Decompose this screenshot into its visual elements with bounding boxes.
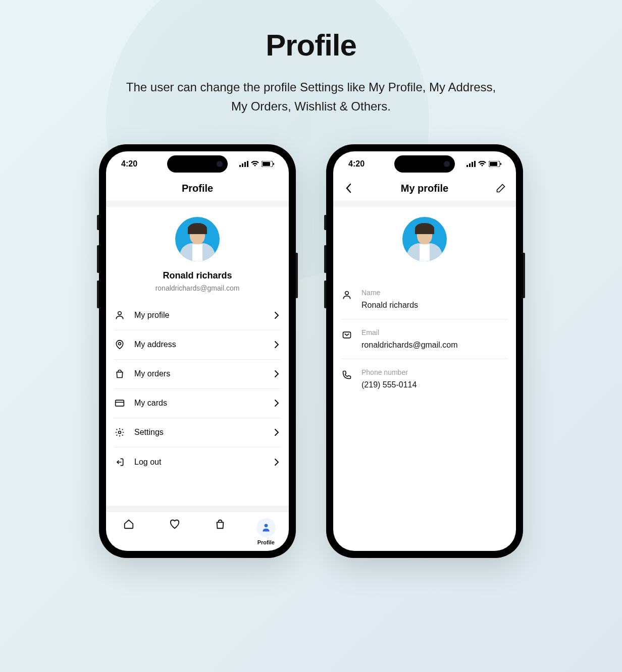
chevron-right-icon [273, 458, 281, 466]
tab-home[interactable] [114, 518, 144, 530]
avatar[interactable] [175, 217, 220, 261]
detail-value: (219) 555-0114 [361, 380, 508, 389]
page-subtitle: The user can change the profile Settings… [0, 78, 622, 117]
menu-label: Settings [134, 428, 273, 437]
menu-item-my-cards[interactable]: My cards [114, 389, 281, 418]
wifi-icon [251, 161, 259, 167]
menu-label: Log out [134, 458, 273, 467]
profile-header-section [333, 207, 516, 279]
menu-label: My cards [134, 399, 273, 408]
nav-title: Profile [182, 183, 213, 194]
menu-label: My address [134, 340, 273, 349]
edit-button[interactable] [494, 181, 508, 195]
svg-rect-6 [273, 163, 274, 165]
detail-value: Ronald richards [361, 301, 508, 310]
divider [106, 201, 289, 207]
tab-profile[interactable]: Profile [251, 518, 281, 545]
svg-rect-5 [263, 162, 270, 166]
person-icon [341, 290, 352, 301]
tab-label: Profile [257, 539, 275, 545]
tab-wishlist[interactable] [160, 518, 190, 530]
svg-rect-19 [500, 163, 501, 165]
back-button[interactable] [341, 181, 355, 195]
divider [106, 506, 289, 512]
phone-notch [167, 155, 228, 173]
svg-point-7 [118, 312, 122, 315]
phone-icon [341, 369, 352, 380]
battery-icon [489, 161, 502, 167]
avatar[interactable] [402, 217, 447, 261]
logout-icon [114, 457, 125, 468]
divider [333, 201, 516, 207]
profile-name: Ronald richards [106, 270, 289, 281]
svg-rect-18 [490, 162, 497, 166]
tab-orders[interactable] [205, 518, 235, 530]
menu-label: My orders [134, 369, 273, 378]
svg-point-12 [264, 524, 268, 527]
svg-rect-2 [244, 162, 246, 167]
detail-label: Name [361, 289, 508, 297]
card-icon [114, 398, 125, 409]
page-header: Profile The user can change the profile … [0, 0, 622, 117]
home-icon [123, 518, 135, 530]
chevron-right-icon [273, 311, 281, 319]
nav-title: My profile [401, 183, 448, 194]
phone-mockup-my-profile: 4:20 My profile [326, 144, 523, 558]
signal-icon [467, 161, 476, 167]
detail-value: ronaldrichards@gmail.com [361, 341, 508, 350]
svg-rect-14 [469, 163, 471, 167]
detail-label: Phone number [361, 368, 508, 376]
nav-header: Profile [106, 177, 289, 201]
menu-item-logout[interactable]: Log out [114, 447, 281, 477]
phone-mockup-profile: 4:20 Profile Ronald richards ronaldricha… [99, 144, 296, 558]
person-icon [114, 310, 125, 321]
tab-bar: Profile [106, 512, 289, 551]
phone-notch [394, 155, 455, 173]
page-title: Profile [0, 28, 622, 63]
detail-label: Email [361, 328, 508, 337]
detail-item-name: Name Ronald richards [341, 279, 508, 319]
subtitle-line-2: My Orders, Wishlist & Others. [231, 99, 391, 113]
battery-icon [262, 161, 275, 167]
chevron-right-icon [273, 399, 281, 407]
nav-header: My profile [333, 177, 516, 201]
chevron-right-icon [273, 370, 281, 378]
menu-label: My profile [134, 311, 273, 320]
svg-point-20 [345, 291, 349, 295]
profile-menu-list: My profile My address My orders My cards [106, 301, 289, 477]
detail-item-email: Email ronaldrichards@gmail.com [341, 319, 508, 359]
heart-icon [169, 518, 181, 530]
menu-item-my-address[interactable]: My address [114, 330, 281, 360]
status-time: 4:20 [348, 159, 365, 169]
status-time: 4:20 [121, 159, 137, 169]
email-icon [341, 329, 352, 341]
svg-rect-0 [239, 165, 241, 167]
chevron-right-icon [273, 341, 281, 349]
svg-point-11 [119, 431, 121, 434]
profile-email: ronaldrichards@gmail.com [106, 284, 289, 292]
svg-rect-3 [247, 161, 248, 167]
svg-rect-13 [467, 165, 468, 167]
menu-item-my-profile[interactable]: My profile [114, 301, 281, 330]
subtitle-line-1: The user can change the profile Settings… [126, 80, 496, 94]
svg-point-8 [119, 343, 121, 345]
person-icon [260, 522, 272, 534]
bag-icon [114, 368, 125, 379]
profile-header-section: Ronald richards ronaldrichards@gmail.com [106, 207, 289, 301]
svg-rect-9 [116, 400, 124, 406]
gear-icon [114, 427, 125, 438]
detail-item-phone: Phone number (219) 555-0114 [341, 359, 508, 399]
menu-item-my-orders[interactable]: My orders [114, 360, 281, 389]
profile-detail-list: Name Ronald richards Email ronaldrichard… [333, 279, 516, 399]
svg-rect-1 [242, 163, 243, 167]
svg-rect-15 [472, 162, 473, 167]
menu-item-settings[interactable]: Settings [114, 418, 281, 447]
wifi-icon [478, 161, 486, 167]
bag-icon [214, 518, 226, 530]
signal-icon [239, 161, 248, 167]
location-icon [114, 339, 125, 350]
svg-rect-16 [474, 161, 476, 167]
chevron-right-icon [273, 428, 281, 436]
